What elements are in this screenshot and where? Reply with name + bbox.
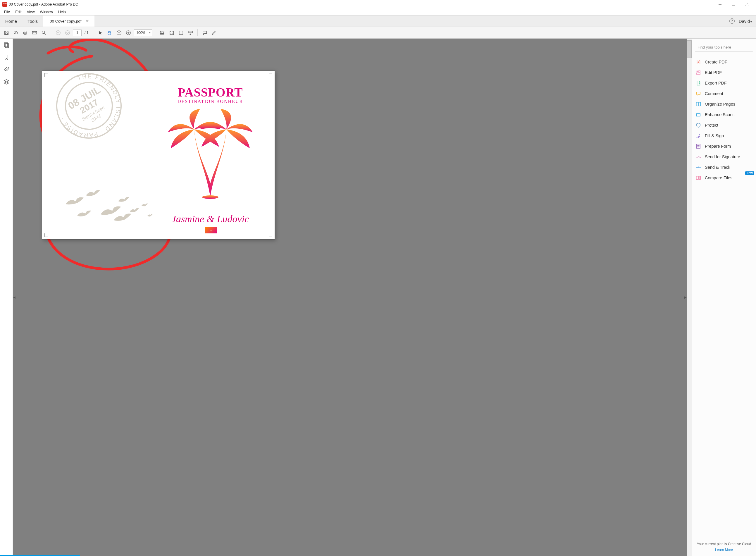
tool-enhance-scans[interactable]: Enhance Scans (695, 109, 753, 120)
export-icon (695, 80, 701, 86)
tab-document-label: 00 Cover copy.pdf (50, 19, 82, 24)
zoom-select[interactable]: 100% (134, 29, 152, 36)
tool-label: Protect (705, 123, 718, 128)
zoom-value: 100% (136, 31, 145, 35)
search-icon[interactable] (40, 29, 48, 37)
tool-label: Compare Files (705, 175, 732, 180)
tool-edit-pdf[interactable]: Edit PDF (695, 67, 753, 78)
form-icon (695, 143, 701, 149)
attachment-icon[interactable] (3, 67, 9, 74)
page-down-icon[interactable] (64, 29, 72, 37)
page-number-input[interactable] (73, 30, 82, 36)
menu-help[interactable]: Help (56, 9, 68, 14)
help-icon[interactable]: ? (729, 19, 735, 24)
svg-rect-36 (697, 113, 700, 116)
tool-send-track[interactable]: Send & Track (695, 162, 753, 173)
tool-protect[interactable]: Protect (695, 120, 753, 131)
menu-window[interactable]: Window (38, 9, 55, 14)
svg-rect-33 (697, 73, 700, 74)
plan-label: Your current plan is Creative Cloud (697, 542, 751, 546)
tab-tools[interactable]: Tools (22, 15, 43, 27)
comment-bubble-icon[interactable] (201, 29, 209, 37)
tool-label: Comment (705, 91, 723, 96)
document-viewport[interactable]: ◀ ▶ (13, 39, 692, 556)
tab-document[interactable]: 00 Cover copy.pdf ✕ (43, 15, 95, 27)
tab-strip: Home Tools 00 Cover copy.pdf ✕ ? David▾ (0, 15, 756, 27)
mail-icon[interactable] (30, 29, 39, 37)
page-count-label: / 1 (83, 31, 90, 35)
tool-create-pdf[interactable]: Create PDF (695, 57, 753, 67)
user-label: David (739, 19, 750, 24)
tab-home[interactable]: Home (0, 15, 22, 27)
tool-fill-sign[interactable]: Fill & Sign (695, 131, 753, 141)
svg-point-9 (42, 31, 45, 33)
thumbnails-icon[interactable] (3, 42, 9, 49)
window-close-button[interactable] (740, 0, 754, 9)
menu-file[interactable]: File (2, 9, 12, 14)
svg-rect-19 (179, 31, 183, 35)
tool-label: Organize Pages (705, 102, 735, 106)
tool-comment[interactable]: Comment (695, 88, 753, 99)
pdf-page: THE FRIENDLY ISLAND · PARADISE · 08 JUIL… (42, 71, 275, 239)
menu-edit[interactable]: Edit (13, 9, 24, 14)
tab-close-button[interactable]: ✕ (86, 19, 89, 24)
shield-icon (695, 122, 701, 128)
tool-label: Edit PDF (705, 70, 722, 75)
tool-send-for-signature[interactable]: xCeSend for Signature (695, 151, 753, 162)
highlight-pen-icon[interactable] (210, 29, 218, 37)
passport-heading: PASSPORT DESTINATION BONHEUR (164, 85, 257, 104)
svg-point-30 (202, 196, 218, 199)
tool-label: Send & Track (705, 165, 730, 170)
collapse-right-icon[interactable]: ▶ (684, 291, 687, 304)
print-icon[interactable] (21, 29, 29, 37)
tool-compare-files[interactable]: Compare FilesNEW (695, 173, 753, 183)
svg-rect-32 (699, 71, 700, 72)
tools-search-input[interactable]: Find your tools here (695, 43, 753, 51)
fit-width-icon[interactable] (158, 29, 167, 37)
collapse-left-icon[interactable]: ◀ (13, 291, 16, 304)
svg-point-11 (56, 30, 60, 35)
cloud-upload-icon[interactable] (12, 29, 20, 37)
bookmark-icon[interactable] (3, 55, 9, 61)
hand-tool-icon[interactable] (106, 29, 114, 37)
passport-title: PASSPORT (164, 85, 257, 99)
app-icon (2, 2, 7, 7)
birds-graphic (60, 186, 159, 228)
window-title: 00 Cover copy.pdf - Adobe Acrobat Pro DC (9, 2, 713, 6)
svg-rect-34 (696, 102, 698, 106)
window-minimize-button[interactable] (713, 0, 727, 9)
svg-text:xCe: xCe (696, 155, 701, 159)
svg-rect-40 (696, 176, 698, 180)
file-plus-icon (695, 59, 701, 65)
tool-prepare-form[interactable]: Prepare Form (695, 141, 753, 151)
user-menu[interactable]: David▾ (739, 19, 752, 24)
svg-rect-22 (5, 43, 8, 48)
zoom-out-icon[interactable] (115, 29, 123, 37)
save-icon[interactable] (2, 29, 10, 37)
passport-subtitle: DESTINATION BONHEUR (164, 99, 257, 104)
menu-view[interactable]: View (25, 9, 37, 14)
read-mode-icon[interactable] (186, 29, 194, 37)
svg-rect-41 (699, 176, 700, 180)
tool-export-pdf[interactable]: Export PDF (695, 78, 753, 88)
selection-arrow-icon[interactable] (96, 29, 104, 37)
zoom-in-icon[interactable] (124, 29, 133, 37)
sign-icon: xCe (695, 154, 701, 160)
window-maximize-button[interactable] (727, 0, 740, 9)
send-icon (695, 164, 701, 170)
layers-icon[interactable] (3, 79, 9, 86)
tool-label: Fill & Sign (705, 133, 724, 138)
fullscreen-icon[interactable] (177, 29, 185, 37)
learn-more-link[interactable]: Learn More (697, 548, 751, 552)
tool-organize-pages[interactable]: Organize Pages (695, 99, 753, 109)
pen-icon (695, 133, 701, 139)
tool-label: Enhance Scans (705, 112, 735, 117)
passport-stamp-graphic: THE FRIENDLY ISLAND · PARADISE · 08 JUIL… (51, 68, 127, 144)
main-area: ◀ ▶ (0, 39, 756, 556)
tool-label: Export PDF (705, 81, 727, 85)
fit-page-icon[interactable] (168, 29, 176, 37)
page-up-icon[interactable] (54, 29, 62, 37)
vertical-scrollbar[interactable] (687, 39, 692, 556)
scan-icon (695, 112, 701, 117)
couple-names: Jasmine & Ludovic (164, 213, 257, 224)
